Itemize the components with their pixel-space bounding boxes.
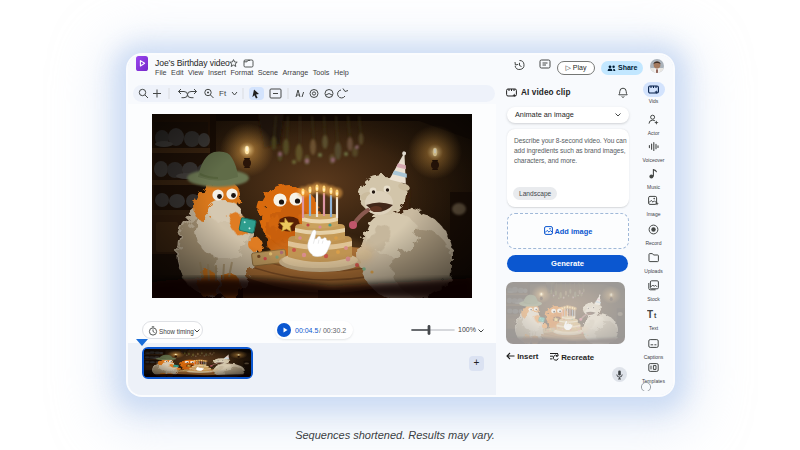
svg-text:T: T (647, 309, 653, 320)
svg-text:t: t (654, 312, 657, 319)
svg-text:Ft: Ft (219, 89, 227, 98)
